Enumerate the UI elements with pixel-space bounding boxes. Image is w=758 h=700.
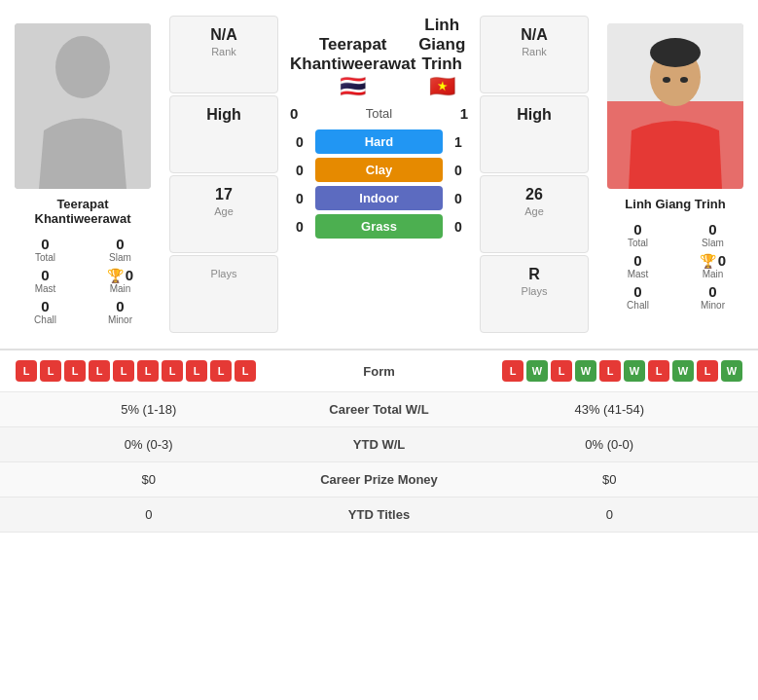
- right-form-3: L: [551, 360, 572, 382]
- stats-row-prize: $0 Career Prize Money $0: [0, 462, 758, 497]
- left-titles: 0: [16, 507, 282, 522]
- right-form-5: L: [599, 360, 621, 382]
- main-container: Teerapat Khantiweerawat 0 Total 0 Slam 0…: [0, 0, 758, 533]
- titles-label: YTD Titles: [282, 507, 477, 522]
- left-prize: $0: [16, 472, 282, 487]
- center-panel: TeerapatKhantiweerawat 🇹🇭 Linh GiangTrin…: [282, 16, 476, 333]
- left-career-wl: 5% (1-18): [16, 402, 282, 417]
- left-stat-mast: 0 Mast: [14, 267, 77, 294]
- right-form-7: L: [648, 360, 669, 382]
- right-player-card: Linh Giang Trinh 0 Total 0 Slam 0 Mast 🏆: [593, 16, 758, 333]
- right-stat-main: 🏆 0 Main: [681, 252, 744, 279]
- court-row-grass: 0 Grass 0: [290, 214, 468, 239]
- left-player-stats: 0 Total 0 Slam 0 Mast 🏆 0: [8, 236, 158, 325]
- left-stat-minor: 0 Minor: [89, 298, 152, 325]
- left-stat-total: 0 Total: [14, 236, 77, 263]
- top-section: Teerapat Khantiweerawat 0 Total 0 Slam 0…: [0, 0, 758, 350]
- left-form-1: L: [16, 360, 37, 382]
- right-form-9: L: [697, 360, 718, 382]
- left-stat-slam: 0 Slam: [89, 236, 152, 263]
- stats-row-career-wl: 5% (1-18) Career Total W/L 43% (41-54): [0, 392, 758, 427]
- left-player-card: Teerapat Khantiweerawat 0 Total 0 Slam 0…: [0, 16, 165, 333]
- left-name-center: TeerapatKhantiweerawat: [290, 35, 415, 74]
- left-stat-chall: 0 Chall: [14, 298, 77, 325]
- left-rank-box: N/A Rank: [169, 16, 278, 93]
- right-stat-mast: 0 Mast: [606, 252, 669, 279]
- right-name-center: Linh GiangTrinh: [415, 16, 468, 74]
- prize-label: Career Prize Money: [282, 472, 477, 487]
- left-flag: 🇹🇭: [290, 74, 415, 99]
- stats-row-ytd-wl: 0% (0-3) YTD W/L 0% (0-0): [0, 427, 758, 462]
- left-stat-main: 🏆 0 Main: [89, 267, 152, 294]
- left-form-2: L: [40, 360, 61, 382]
- right-high-box: High: [480, 95, 589, 173]
- indoor-badge: Indoor: [315, 186, 443, 210]
- career-wl-label: Career Total W/L: [282, 402, 477, 417]
- right-age-box: 26 Age: [480, 175, 589, 253]
- bottom-section: L L L L L L L L L L Form L W L W L W L W: [0, 350, 758, 533]
- left-form-6: L: [137, 360, 159, 382]
- right-trophy-icon: 🏆: [700, 253, 716, 269]
- hard-badge: Hard: [315, 129, 443, 154]
- left-player-name: Teerapat Khantiweerawat: [8, 197, 158, 226]
- left-plays-box: Plays: [169, 255, 278, 333]
- left-mid-panel: N/A Rank High 17 Age Plays: [165, 16, 282, 333]
- right-stat-minor: 0 Minor: [681, 283, 744, 311]
- svg-point-6: [663, 77, 670, 83]
- form-row: L L L L L L L L L L Form L W L W L W L W: [0, 350, 758, 392]
- right-stat-chall: 0 Chall: [606, 283, 669, 311]
- svg-point-1: [55, 36, 110, 98]
- stats-table: 5% (1-18) Career Total W/L 43% (41-54) 0…: [0, 392, 758, 533]
- right-stat-total: 0 Total: [606, 221, 669, 248]
- right-plays-box: R Plays: [480, 255, 589, 333]
- total-row: 0 Total 1: [290, 105, 468, 122]
- left-trophy-icon: 🏆: [107, 268, 124, 283]
- right-form-10: W: [721, 360, 742, 382]
- left-form-4: L: [89, 360, 110, 382]
- right-player-name: Linh Giang Trinh: [625, 197, 725, 211]
- right-player-photo: [607, 23, 743, 189]
- left-age-box: 17 Age: [169, 175, 278, 253]
- court-row-clay: 0 Clay 0: [290, 158, 468, 182]
- right-form-badges: L W L W L W L W L W: [428, 360, 743, 382]
- left-player-photo: [15, 23, 151, 189]
- form-label: Form: [331, 364, 428, 379]
- right-form-1: L: [502, 360, 523, 382]
- ytd-wl-label: YTD W/L: [282, 437, 477, 452]
- left-form-badges: L L L L L L L L L L: [16, 360, 331, 382]
- right-ytd-wl: 0% (0-0): [477, 437, 743, 452]
- right-form-6: W: [624, 360, 645, 382]
- left-form-10: L: [235, 360, 256, 382]
- stats-row-titles: 0 YTD Titles 0: [0, 497, 758, 533]
- court-rows: 0 Hard 1 0 Clay 0 0 Indoor 0 0 Grass: [290, 129, 468, 239]
- left-form-8: L: [186, 360, 207, 382]
- right-form-4: W: [575, 360, 596, 382]
- left-ytd-wl: 0% (0-3): [16, 437, 282, 452]
- svg-point-7: [680, 77, 688, 83]
- court-row-indoor: 0 Indoor 0: [290, 186, 468, 210]
- clay-badge: Clay: [315, 158, 443, 182]
- left-form-9: L: [210, 360, 232, 382]
- right-flag: 🇻🇳: [415, 74, 468, 99]
- right-rank-box: N/A Rank: [480, 16, 589, 93]
- right-career-wl: 43% (41-54): [477, 402, 743, 417]
- left-form-5: L: [113, 360, 134, 382]
- right-titles: 0: [477, 507, 743, 522]
- left-form-3: L: [64, 360, 86, 382]
- left-high-box: High: [169, 95, 278, 173]
- right-mid-panel: N/A Rank High 26 Age R Plays: [476, 16, 593, 333]
- right-form-8: W: [672, 360, 694, 382]
- left-form-7: L: [162, 360, 183, 382]
- right-stat-slam: 0 Slam: [681, 221, 744, 248]
- right-prize: $0: [477, 472, 743, 487]
- right-form-2: W: [526, 360, 548, 382]
- header-names: TeerapatKhantiweerawat 🇹🇭 Linh GiangTrin…: [290, 16, 468, 99]
- right-player-stats: 0 Total 0 Slam 0 Mast 🏆 0 Main: [600, 221, 750, 311]
- svg-point-5: [650, 38, 701, 67]
- grass-badge: Grass: [315, 214, 443, 239]
- court-row-hard: 0 Hard 1: [290, 129, 468, 154]
